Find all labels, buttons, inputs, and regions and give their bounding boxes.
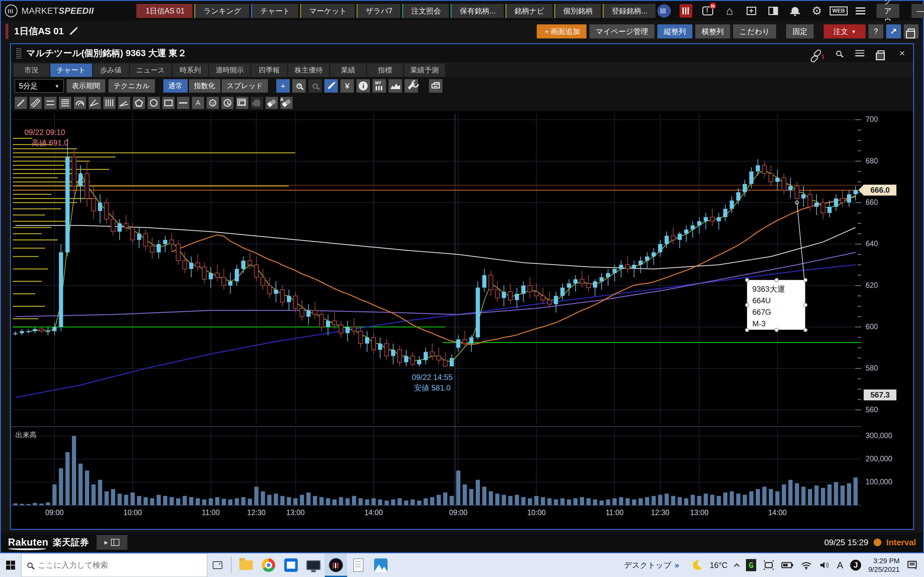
action-center-icon[interactable]	[907, 560, 918, 570]
taskbar-app-photos[interactable]	[370, 553, 392, 577]
selection-handle[interactable]	[745, 278, 749, 282]
kodawari-button[interactable]: こだわり	[733, 24, 776, 39]
help-button[interactable]: ?	[869, 24, 883, 39]
menu-item-registered-stocks[interactable]: 登録銘柄...	[603, 4, 656, 18]
menu-item-ichinichi-shin-as[interactable]: 1日信AS 01	[136, 4, 192, 18]
area-chart-button[interactable]	[389, 79, 402, 93]
tab-chart[interactable]: チャート	[50, 63, 92, 77]
camera-icon[interactable]	[763, 560, 774, 570]
wifi-icon[interactable]	[800, 561, 812, 570]
taskbar-app-notepad[interactable]	[347, 553, 370, 577]
tab-news[interactable]: ニュース	[130, 63, 172, 77]
selection-handle[interactable]	[745, 303, 749, 307]
tab-shikyo[interactable]: 市況	[13, 63, 49, 77]
tab-tekiji-kaiji[interactable]: 適時開示	[209, 63, 250, 77]
window-copy-button[interactable]	[904, 24, 919, 39]
drag-grip-icon[interactable]	[16, 48, 21, 59]
expand-chevrons-icon[interactable]: »	[674, 560, 678, 570]
menu-item-ranking[interactable]: ランキング	[194, 4, 249, 18]
notice-bubble-icon[interactable]	[701, 4, 715, 18]
selection-handle[interactable]	[803, 303, 808, 307]
logout-button[interactable]: ログアウト	[877, 4, 900, 18]
draw-pencil-button[interactable]	[325, 79, 338, 93]
selection-handle[interactable]	[803, 278, 808, 282]
led-indicator-icon[interactable]: G	[746, 559, 756, 571]
eraser-button[interactable]	[266, 97, 278, 109]
minimize-button[interactable]: —	[911, 4, 924, 18]
text-label-button[interactable]: A	[192, 97, 204, 109]
gear-icon[interactable]: ⚙	[810, 4, 824, 18]
my-chart-button[interactable]	[373, 79, 386, 93]
close-window-icon[interactable]: ×	[897, 47, 908, 59]
tab-shikiho[interactable]: 四季報	[251, 63, 287, 77]
home-icon[interactable]: ⌂	[722, 4, 737, 18]
jump-button[interactable]: ↗	[886, 24, 901, 39]
normal-mode-button[interactable]: 通常	[163, 79, 188, 93]
zoom-in-button[interactable]	[292, 79, 306, 93]
time-mark-button[interactable]	[221, 97, 234, 109]
web-icon[interactable]: WEB	[832, 4, 846, 18]
pin-button[interactable]: 固定	[786, 24, 814, 39]
taskbar-app-mail[interactable]	[280, 553, 302, 577]
ruler-button[interactable]	[29, 97, 42, 109]
taskbar-app-chrome[interactable]	[257, 553, 280, 577]
eraser-all-button[interactable]	[280, 97, 292, 109]
taskbar-app-marketspeed[interactable]	[325, 553, 347, 577]
menu-item-market[interactable]: マーケット	[300, 4, 355, 18]
ellipse-button[interactable]	[148, 97, 160, 109]
taskbar-clock[interactable]: 3:29 PM 9/25/2021	[868, 556, 900, 574]
horizontal-line-button[interactable]	[177, 97, 189, 109]
horizontal-align-button[interactable]: 横整列	[695, 24, 730, 39]
parallel-lines-button[interactable]	[44, 97, 57, 109]
selection-handle[interactable]	[803, 328, 808, 332]
mypage-manage-button[interactable]: マイページ管理	[590, 24, 654, 39]
show-hidden-icons-chevron[interactable]	[734, 563, 740, 569]
start-button[interactable]	[0, 553, 21, 577]
index-mode-button[interactable]: 指数化	[189, 79, 220, 93]
temperature-label[interactable]: 16°C	[710, 561, 728, 570]
taskbar-search[interactable]	[21, 553, 207, 577]
spread-mode-button[interactable]: スプレッド	[222, 79, 268, 93]
menu-item-chart[interactable]: チャート	[251, 4, 298, 18]
edit-page-name-icon[interactable]	[69, 28, 77, 35]
chart-app-icon[interactable]	[679, 4, 693, 18]
info-button[interactable]: i	[357, 79, 370, 93]
price-axis[interactable]: 700680660640620600580560300,000200,00010…	[861, 111, 913, 529]
gann-fan-button[interactable]	[89, 97, 101, 109]
menu-item-zaraba7[interactable]: ザラバ7	[357, 4, 401, 18]
print-button[interactable]	[429, 79, 443, 93]
fibonacci-lines-button[interactable]	[59, 97, 71, 109]
weather-moon-icon[interactable]	[693, 560, 703, 570]
tab-shihyo[interactable]: 指標	[367, 63, 403, 77]
display-period-button[interactable]: 表示期間	[67, 79, 105, 93]
trendline-button[interactable]	[15, 97, 27, 109]
crosshair-button[interactable]: +	[276, 79, 290, 93]
selection-handle[interactable]	[774, 328, 779, 332]
tab-gyoseki[interactable]: 業績	[330, 63, 366, 77]
search-icon[interactable]	[833, 47, 845, 59]
fibonacci-arcs-button[interactable]	[74, 97, 86, 109]
pulse-circle-icon[interactable]	[657, 4, 671, 18]
selection-handle[interactable]	[774, 278, 779, 282]
speaker-icon[interactable]	[819, 561, 830, 570]
wrench-button[interactable]	[405, 79, 418, 93]
window-menu-icon[interactable]	[854, 47, 866, 59]
link-group-icon[interactable]: 1	[812, 47, 823, 59]
search-input[interactable]	[38, 561, 186, 570]
tab-jikeiretsu[interactable]: 時系列	[172, 63, 208, 77]
icon-stamp-button[interactable]	[207, 97, 219, 109]
order-button[interactable]: 注文▼	[824, 24, 866, 39]
taskbar-app-file-explorer[interactable]	[235, 553, 257, 577]
menu-icon[interactable]	[853, 4, 867, 18]
selection-handle[interactable]	[745, 328, 749, 332]
menu-item-stock-navi[interactable]: 銘柄ナビ	[505, 4, 552, 18]
interval-select[interactable]: 5分足▼	[15, 79, 63, 93]
zoom-out-button[interactable]	[309, 79, 322, 93]
menu-item-order-inquiry[interactable]: 注文照会	[402, 4, 449, 18]
vertical-lines-button[interactable]	[103, 97, 115, 109]
task-view-button[interactable]	[207, 553, 228, 577]
ime-mode-indicator[interactable]: A	[837, 560, 843, 571]
pentagon-button[interactable]	[133, 97, 145, 109]
stock-note-annotation[interactable]: 9363大運664U667GM-3	[747, 280, 805, 330]
menu-item-individual-stock[interactable]: 個別銘柄	[554, 4, 601, 18]
